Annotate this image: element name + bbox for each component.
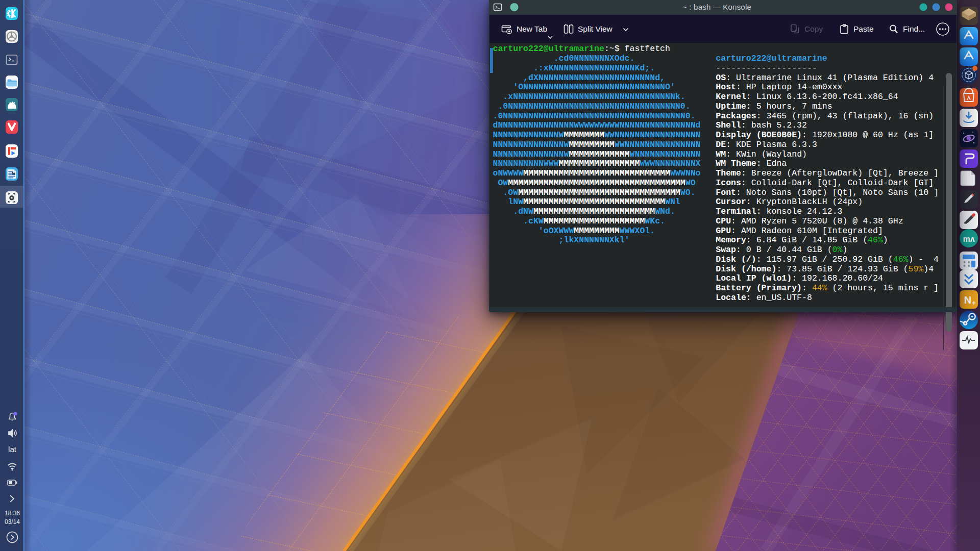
- svg-text:mʌ: mʌ: [963, 235, 974, 243]
- svg-text:+: +: [972, 299, 976, 307]
- svg-text:03/14: 03/14: [5, 518, 20, 525]
- svg-text:18:36: 18:36: [5, 510, 20, 517]
- svg-text:lat: lat: [8, 445, 17, 454]
- svg-text:N: N: [964, 294, 971, 306]
